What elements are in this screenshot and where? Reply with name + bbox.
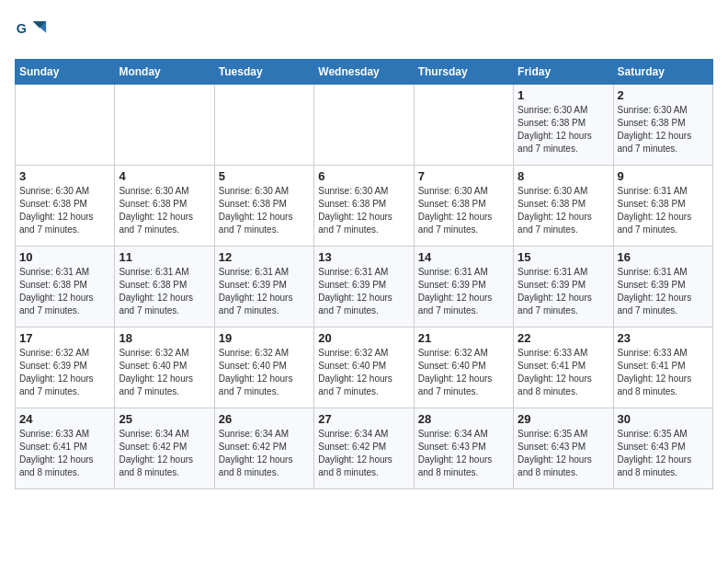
day-cell: 15Sunrise: 6:31 AM Sunset: 6:39 PM Dayli… — [514, 247, 613, 327]
day-cell: 5Sunrise: 6:30 AM Sunset: 6:38 PM Daylig… — [214, 166, 313, 247]
day-number: 2 — [618, 88, 709, 102]
day-info: Sunrise: 6:32 AM Sunset: 6:40 PM Dayligh… — [318, 347, 409, 398]
day-number: 18 — [119, 331, 210, 345]
day-cell: 11Sunrise: 6:31 AM Sunset: 6:38 PM Dayli… — [115, 247, 214, 327]
week-row-4: 17Sunrise: 6:32 AM Sunset: 6:39 PM Dayli… — [16, 327, 713, 408]
day-info: Sunrise: 6:33 AM Sunset: 6:41 PM Dayligh… — [618, 347, 709, 398]
day-info: Sunrise: 6:30 AM Sunset: 6:38 PM Dayligh… — [119, 185, 210, 236]
day-info: Sunrise: 6:31 AM Sunset: 6:38 PM Dayligh… — [618, 185, 709, 236]
day-cell: 23Sunrise: 6:33 AM Sunset: 6:41 PM Dayli… — [613, 327, 712, 408]
week-row-1: 1Sunrise: 6:30 AM Sunset: 6:38 PM Daylig… — [16, 85, 713, 166]
day-cell: 25Sunrise: 6:34 AM Sunset: 6:42 PM Dayli… — [115, 408, 214, 489]
day-info: Sunrise: 6:30 AM Sunset: 6:38 PM Dayligh… — [518, 185, 609, 236]
header-cell-wednesday: Wednesday — [314, 60, 414, 85]
day-cell — [214, 85, 313, 166]
day-cell: 1Sunrise: 6:30 AM Sunset: 6:38 PM Daylig… — [514, 85, 613, 166]
header-cell-thursday: Thursday — [414, 60, 513, 85]
day-cell: 24Sunrise: 6:33 AM Sunset: 6:41 PM Dayli… — [16, 408, 115, 489]
day-cell: 22Sunrise: 6:33 AM Sunset: 6:41 PM Dayli… — [514, 327, 613, 408]
day-info: Sunrise: 6:32 AM Sunset: 6:40 PM Dayligh… — [119, 347, 210, 398]
day-cell: 28Sunrise: 6:34 AM Sunset: 6:43 PM Dayli… — [414, 408, 513, 489]
day-number: 30 — [618, 412, 709, 426]
day-cell: 9Sunrise: 6:31 AM Sunset: 6:38 PM Daylig… — [613, 166, 712, 247]
day-number: 15 — [518, 250, 609, 264]
day-number: 21 — [418, 331, 509, 345]
day-cell: 4Sunrise: 6:30 AM Sunset: 6:38 PM Daylig… — [115, 166, 214, 247]
day-cell: 8Sunrise: 6:30 AM Sunset: 6:38 PM Daylig… — [514, 166, 613, 247]
day-cell: 2Sunrise: 6:30 AM Sunset: 6:38 PM Daylig… — [613, 85, 712, 166]
day-info: Sunrise: 6:30 AM Sunset: 6:38 PM Dayligh… — [219, 185, 310, 236]
calendar-header: SundayMondayTuesdayWednesdayThursdayFrid… — [16, 60, 713, 85]
day-cell: 7Sunrise: 6:30 AM Sunset: 6:38 PM Daylig… — [414, 166, 513, 247]
day-cell: 29Sunrise: 6:35 AM Sunset: 6:43 PM Dayli… — [514, 408, 613, 489]
day-cell: 27Sunrise: 6:34 AM Sunset: 6:42 PM Dayli… — [314, 408, 414, 489]
day-number: 28 — [418, 412, 509, 426]
day-info: Sunrise: 6:31 AM Sunset: 6:38 PM Dayligh… — [119, 266, 210, 317]
day-info: Sunrise: 6:34 AM Sunset: 6:42 PM Dayligh… — [219, 428, 310, 479]
header-cell-monday: Monday — [115, 60, 214, 85]
day-number: 26 — [219, 412, 310, 426]
day-cell: 26Sunrise: 6:34 AM Sunset: 6:42 PM Dayli… — [214, 408, 313, 489]
calendar-table: SundayMondayTuesdayWednesdayThursdayFrid… — [15, 59, 713, 489]
day-number: 8 — [518, 169, 609, 183]
day-info: Sunrise: 6:30 AM Sunset: 6:38 PM Dayligh… — [418, 185, 509, 236]
day-cell — [115, 85, 214, 166]
day-cell: 16Sunrise: 6:31 AM Sunset: 6:39 PM Dayli… — [613, 247, 712, 327]
week-row-3: 10Sunrise: 6:31 AM Sunset: 6:38 PM Dayli… — [16, 247, 713, 327]
day-cell: 20Sunrise: 6:32 AM Sunset: 6:40 PM Dayli… — [314, 327, 414, 408]
day-number: 5 — [219, 169, 310, 183]
day-info: Sunrise: 6:32 AM Sunset: 6:39 PM Dayligh… — [19, 347, 110, 398]
day-number: 3 — [19, 169, 110, 183]
logo-icon: G — [15, 15, 48, 48]
svg-text:G: G — [17, 21, 27, 36]
day-number: 27 — [318, 412, 409, 426]
day-info: Sunrise: 6:35 AM Sunset: 6:43 PM Dayligh… — [518, 428, 609, 479]
day-info: Sunrise: 6:31 AM Sunset: 6:39 PM Dayligh… — [518, 266, 609, 317]
day-cell: 3Sunrise: 6:30 AM Sunset: 6:38 PM Daylig… — [16, 166, 115, 247]
week-row-5: 24Sunrise: 6:33 AM Sunset: 6:41 PM Dayli… — [16, 408, 713, 489]
day-info: Sunrise: 6:30 AM Sunset: 6:38 PM Dayligh… — [19, 185, 110, 236]
day-number: 6 — [318, 169, 409, 183]
header-cell-friday: Friday — [514, 60, 613, 85]
day-cell: 19Sunrise: 6:32 AM Sunset: 6:40 PM Dayli… — [214, 327, 313, 408]
day-cell: 10Sunrise: 6:31 AM Sunset: 6:38 PM Dayli… — [16, 247, 115, 327]
day-number: 11 — [119, 250, 210, 264]
day-info: Sunrise: 6:33 AM Sunset: 6:41 PM Dayligh… — [518, 347, 609, 398]
day-number: 10 — [19, 250, 110, 264]
day-info: Sunrise: 6:31 AM Sunset: 6:39 PM Dayligh… — [219, 266, 310, 317]
day-info: Sunrise: 6:30 AM Sunset: 6:38 PM Dayligh… — [318, 185, 409, 236]
day-number: 20 — [318, 331, 409, 345]
day-cell: 21Sunrise: 6:32 AM Sunset: 6:40 PM Dayli… — [414, 327, 513, 408]
header-row: SundayMondayTuesdayWednesdayThursdayFrid… — [16, 60, 713, 85]
day-cell — [314, 85, 414, 166]
day-cell: 12Sunrise: 6:31 AM Sunset: 6:39 PM Dayli… — [214, 247, 313, 327]
day-info: Sunrise: 6:33 AM Sunset: 6:41 PM Dayligh… — [19, 428, 110, 479]
header-cell-tuesday: Tuesday — [214, 60, 313, 85]
day-number: 29 — [518, 412, 609, 426]
day-number: 24 — [19, 412, 110, 426]
day-number: 23 — [618, 331, 709, 345]
day-cell — [414, 85, 513, 166]
day-info: Sunrise: 6:34 AM Sunset: 6:43 PM Dayligh… — [418, 428, 509, 479]
day-cell: 30Sunrise: 6:35 AM Sunset: 6:43 PM Dayli… — [613, 408, 712, 489]
header-cell-saturday: Saturday — [613, 60, 712, 85]
day-number: 13 — [318, 250, 409, 264]
day-number: 17 — [19, 331, 110, 345]
header: G — [15, 15, 713, 48]
day-number: 9 — [618, 169, 709, 183]
day-info: Sunrise: 6:31 AM Sunset: 6:39 PM Dayligh… — [318, 266, 409, 317]
day-info: Sunrise: 6:34 AM Sunset: 6:42 PM Dayligh… — [119, 428, 210, 479]
week-row-2: 3Sunrise: 6:30 AM Sunset: 6:38 PM Daylig… — [16, 166, 713, 247]
day-number: 22 — [518, 331, 609, 345]
day-info: Sunrise: 6:35 AM Sunset: 6:43 PM Dayligh… — [618, 428, 709, 479]
day-number: 19 — [219, 331, 310, 345]
day-info: Sunrise: 6:31 AM Sunset: 6:39 PM Dayligh… — [418, 266, 509, 317]
day-info: Sunrise: 6:31 AM Sunset: 6:38 PM Dayligh… — [19, 266, 110, 317]
day-cell: 6Sunrise: 6:30 AM Sunset: 6:38 PM Daylig… — [314, 166, 414, 247]
day-number: 14 — [418, 250, 509, 264]
day-number: 25 — [119, 412, 210, 426]
day-info: Sunrise: 6:31 AM Sunset: 6:39 PM Dayligh… — [618, 266, 709, 317]
day-cell: 14Sunrise: 6:31 AM Sunset: 6:39 PM Dayli… — [414, 247, 513, 327]
day-info: Sunrise: 6:30 AM Sunset: 6:38 PM Dayligh… — [518, 104, 609, 155]
day-number: 16 — [618, 250, 709, 264]
